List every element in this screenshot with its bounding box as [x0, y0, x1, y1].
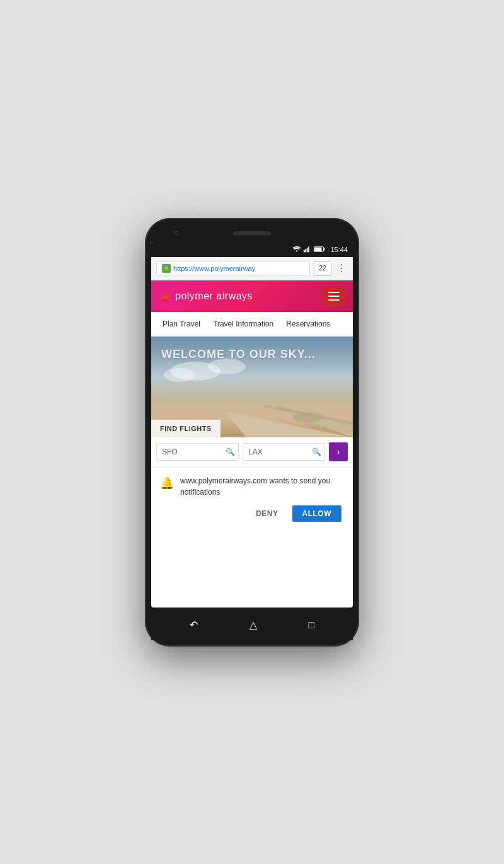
search-go-button[interactable]: ›	[329, 442, 348, 461]
svg-rect-5	[324, 248, 325, 251]
notification-content: 🔔 www.polymerairways.com wants to send y…	[160, 475, 344, 498]
battery-icon	[314, 246, 325, 253]
to-search-icon: 🔍	[312, 447, 321, 456]
airline-logo-icon	[159, 290, 171, 302]
tab-counter-button[interactable]: 22	[314, 261, 331, 276]
status-icons: 15:44	[292, 246, 348, 253]
camera	[174, 231, 178, 235]
logo-area: polymer airways	[159, 290, 253, 302]
home-button[interactable]: △	[244, 614, 262, 636]
phone-screen: 15:44 🔒 https://www.polymerairway 22 ⋮	[151, 242, 353, 608]
hamburger-menu-button[interactable]	[323, 287, 345, 306]
hamburger-line-3	[328, 299, 340, 301]
back-button[interactable]: ↶	[185, 614, 203, 636]
browser-chrome: 🔒 https://www.polymerairway 22 ⋮	[151, 257, 353, 280]
notification-actions: DENY ALLOW	[160, 505, 344, 522]
svg-point-9	[293, 412, 324, 422]
find-flights-tab[interactable]: FIND FLIGHTS	[151, 420, 220, 437]
site-nav: Plan Travel Travel Information Reservati…	[151, 312, 353, 337]
site-header: polymer airways	[151, 280, 353, 312]
browser-menu-button[interactable]: ⋮	[335, 262, 348, 274]
from-search-icon: 🔍	[226, 447, 235, 456]
speaker	[233, 231, 271, 235]
nav-travel-information[interactable]: Travel Information	[207, 312, 280, 336]
hero-title: WELCOME TO OUR SKY...	[161, 348, 316, 361]
signal-icon	[304, 246, 311, 253]
nav-plan-travel[interactable]: Plan Travel	[156, 312, 207, 336]
wifi-icon	[292, 246, 301, 253]
ssl-icon: 🔒	[162, 264, 171, 273]
airplane-wing	[227, 349, 353, 437]
allow-button[interactable]: ALLOW	[292, 505, 342, 522]
status-bar: 15:44	[151, 242, 353, 257]
status-time: 15:44	[330, 246, 348, 253]
hero-section: WELCOME TO OUR SKY... FIND FLIGHTS	[151, 337, 353, 437]
phone-bottom-nav: ↶ △ □	[151, 610, 353, 640]
svg-rect-6	[314, 248, 322, 251]
hamburger-line-2	[328, 296, 340, 297]
svg-rect-0	[304, 250, 305, 253]
notification-bell-icon: 🔔	[160, 476, 174, 498]
phone-device: 15:44 🔒 https://www.polymerairway 22 ⋮	[145, 218, 359, 647]
address-bar[interactable]: 🔒 https://www.polymerairway	[156, 261, 310, 276]
url-text: https://www.polymerairway	[173, 265, 255, 272]
hamburger-line-1	[328, 292, 340, 293]
svg-rect-2	[307, 248, 308, 252]
to-input-wrap: 🔍	[243, 443, 325, 461]
nav-reservations[interactable]: Reservations	[280, 312, 336, 336]
cloud-2	[164, 368, 195, 382]
notification-message: www.polymerairways.com wants to send you…	[180, 475, 344, 498]
phone-top-bar	[151, 227, 353, 239]
svg-rect-3	[309, 246, 310, 252]
recents-button[interactable]: □	[303, 614, 319, 636]
search-section: 🔍 🔍 ›	[151, 437, 353, 467]
from-input-wrap: 🔍	[156, 443, 239, 461]
brand-name: polymer airways	[175, 291, 253, 302]
deny-button[interactable]: DENY	[249, 505, 284, 522]
notification-banner: 🔔 www.polymerairways.com wants to send y…	[151, 467, 353, 529]
svg-rect-1	[306, 249, 307, 252]
